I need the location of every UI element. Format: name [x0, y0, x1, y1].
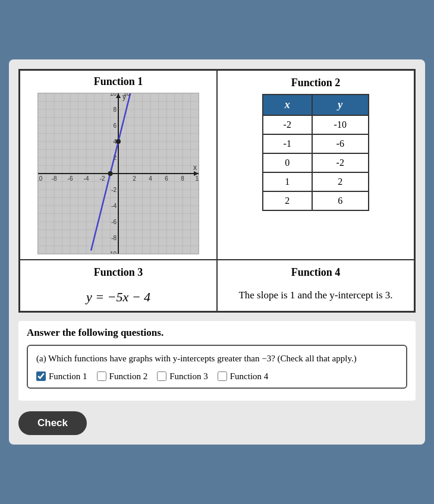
checkbox-function-4[interactable] [218, 371, 227, 381]
table-row: 0-2 [263, 153, 369, 172]
checkbox-item[interactable]: Function 3 [157, 371, 208, 382]
table-row: -1-6 [263, 134, 369, 153]
question-a-box: (a) Which functions have graphs with y-i… [27, 345, 407, 389]
col-y-header: y [312, 94, 369, 115]
function2-title: Function 2 [291, 77, 341, 89]
function2-cell: Function 2 x y -2-10-1-60-21226 [217, 70, 414, 260]
table-cell: 2 [263, 191, 312, 210]
table-cell: -10 [312, 115, 369, 134]
page-container: Function 1 Function 2 x y -2-10-1-60-212… [9, 59, 425, 445]
checkbox-function-2[interactable] [97, 371, 106, 381]
checkbox-label: Function 1 [49, 371, 87, 382]
table-row: -2-10 [263, 115, 369, 134]
checkbox-function-3[interactable] [157, 371, 166, 381]
answer-section: Answer the following questions. (a) Whic… [18, 321, 416, 401]
function3-equation: y = −5x − 4 [86, 289, 150, 305]
table-cell: -6 [312, 134, 369, 153]
checkbox-label: Function 4 [230, 371, 269, 382]
function1-title: Function 1 [94, 75, 143, 88]
checkbox-label: Function 3 [169, 371, 208, 382]
answer-instruction: Answer the following questions. [27, 327, 407, 339]
question-a-text: (a) Which functions have graphs with y-i… [36, 352, 398, 366]
check-button[interactable]: Check [18, 411, 87, 435]
function1-cell: Function 1 [20, 70, 217, 260]
function4-title: Function 4 [291, 266, 341, 279]
col-x-header: x [263, 94, 312, 115]
function4-description: The slope is 1 and the y-intercept is 3. [238, 287, 392, 303]
table-cell: -2 [312, 153, 369, 172]
table-cell: 0 [263, 153, 312, 172]
checkbox-item[interactable]: Function 2 [97, 371, 148, 382]
table-cell: -2 [263, 115, 312, 134]
function1-graph [37, 93, 199, 254]
table-cell: -1 [263, 134, 312, 153]
table-row: 26 [263, 191, 369, 210]
checkbox-function-1[interactable] [36, 371, 46, 381]
checkboxes-row: Function 1Function 2Function 3Function 4 [36, 371, 398, 382]
checkbox-item[interactable]: Function 1 [36, 371, 87, 382]
checkbox-label: Function 2 [109, 371, 148, 382]
table-cell: 2 [312, 172, 369, 191]
table-cell: 6 [312, 191, 369, 210]
function4-cell: Function 4 The slope is 1 and the y-inte… [217, 260, 414, 311]
table-row: 12 [263, 172, 369, 191]
function3-cell: Function 3 y = −5x − 4 [20, 260, 217, 311]
checkbox-item[interactable]: Function 4 [218, 371, 269, 382]
table-cell: 1 [263, 172, 312, 191]
function2-table: x y -2-10-1-60-21226 [262, 94, 369, 211]
function3-title: Function 3 [94, 266, 143, 279]
functions-grid: Function 1 Function 2 x y -2-10-1-60-212… [18, 69, 416, 313]
